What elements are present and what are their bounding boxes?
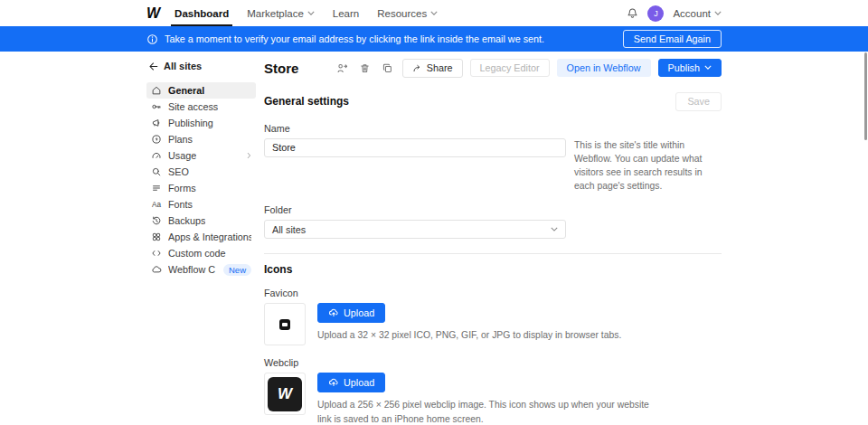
name-label: Name: [264, 123, 722, 134]
duplicate-icon: [382, 62, 393, 74]
favicon-upload-button[interactable]: Upload: [317, 303, 385, 323]
nav-item-dashboard[interactable]: Dashboard: [175, 0, 229, 26]
sidebar-item-fonts[interactable]: Aa Fonts: [146, 196, 256, 212]
webclip-preview: W: [264, 373, 306, 415]
favicon-label: Favicon: [264, 288, 722, 298]
publish-button[interactable]: Publish: [658, 59, 722, 78]
svg-text:Aa: Aa: [152, 201, 161, 209]
fonts-icon: Aa: [151, 199, 162, 210]
folder-select[interactable]: All sites: [264, 220, 566, 239]
sidebar-item-plans[interactable]: Plans: [146, 131, 256, 147]
favicon-preview: [264, 303, 306, 345]
nav-item-marketplace[interactable]: Marketplace: [247, 0, 315, 26]
search-icon: [151, 166, 162, 177]
megaphone-icon: [151, 118, 162, 128]
email-verify-banner: Take a moment to verify your email addre…: [0, 26, 868, 52]
legacy-editor-button[interactable]: Legacy Editor: [470, 59, 550, 78]
transfer-site-button[interactable]: [335, 61, 350, 76]
send-email-again-button[interactable]: Send Email Again: [623, 30, 722, 48]
favicon-image: [279, 319, 290, 330]
open-in-webflow-button[interactable]: Open in Webflow: [557, 59, 651, 78]
share-button[interactable]: Share: [402, 59, 463, 78]
icons-heading: Icons: [264, 263, 292, 276]
bolt-circle-icon: [151, 134, 162, 145]
webflow-logo[interactable]: W: [146, 6, 160, 21]
history-icon: [151, 215, 162, 226]
back-to-all-sites[interactable]: All sites: [146, 57, 256, 75]
sidebar-item-forms[interactable]: Forms: [146, 180, 256, 196]
sidebar-item-usage[interactable]: Usage: [146, 147, 256, 164]
sidebar-item-apps-integrations[interactable]: Apps & Integrations: [146, 229, 256, 245]
arrow-left-icon: [148, 61, 158, 71]
upload-cloud-icon: [328, 307, 339, 318]
gauge-icon: [151, 150, 162, 161]
bell-icon[interactable]: [627, 7, 638, 19]
favicon-help-text: Upload a 32 × 32 pixel ICO, PNG, GIF, or…: [317, 328, 715, 343]
settings-sidebar: All sites General Site access Publishing: [146, 57, 256, 425]
sidebar-item-site-access[interactable]: Site access: [146, 99, 256, 115]
general-save-button[interactable]: Save: [675, 92, 722, 111]
list-icon: [151, 183, 162, 194]
webclip-image: W: [268, 377, 302, 411]
banner-text: Take a moment to verify your email addre…: [165, 33, 544, 44]
sidebar-item-backups[interactable]: Backups: [146, 212, 256, 229]
sidebar-item-seo[interactable]: SEO: [146, 164, 256, 180]
home-icon: [151, 85, 162, 96]
name-help-text: This is the site's title within Webflow.…: [574, 138, 722, 193]
sidebar-item-general[interactable]: General: [146, 82, 256, 99]
share-icon: [412, 63, 422, 73]
chevron-right-icon: [247, 152, 251, 159]
general-settings-heading: General settings: [264, 95, 349, 108]
chevron-down-icon: [551, 227, 558, 231]
info-icon: [146, 33, 158, 45]
webclip-upload-button[interactable]: Upload: [317, 373, 385, 392]
site-name-input[interactable]: [264, 138, 566, 157]
upload-cloud-icon: [328, 377, 339, 388]
sidebar-item-publishing[interactable]: Publishing: [146, 115, 256, 131]
webclip-help-text: Upload a 256 × 256 pixel webclip image. …: [317, 398, 654, 425]
cloud-icon: [151, 264, 162, 275]
chevron-down-icon: [307, 11, 315, 15]
chevron-down-icon: [430, 11, 438, 15]
settings-content: Store: [264, 57, 722, 425]
chevron-down-icon: [704, 65, 712, 70]
chevron-down-icon: [714, 11, 722, 15]
avatar[interactable]: J: [647, 5, 664, 22]
code-icon: [151, 248, 162, 259]
webclip-label: Webclip: [264, 357, 722, 368]
duplicate-site-button[interactable]: [380, 61, 395, 76]
section-divider: [264, 253, 722, 254]
nav-item-learn[interactable]: Learn: [333, 0, 359, 26]
top-navigation: W Dashboard Marketplace Learn Resources: [0, 0, 868, 26]
delete-site-button[interactable]: [357, 61, 373, 76]
nav-item-resources[interactable]: Resources: [377, 0, 438, 26]
sidebar-item-custom-code[interactable]: Custom code: [146, 245, 256, 261]
transfer-icon: [336, 62, 348, 74]
grid-icon: [151, 231, 162, 242]
account-menu[interactable]: Account: [673, 8, 722, 19]
key-icon: [151, 101, 162, 112]
scrollbar[interactable]: [864, 52, 867, 140]
new-badge: New: [223, 264, 251, 276]
trash-icon: [359, 62, 371, 74]
folder-label: Folder: [264, 204, 722, 215]
page-title: Store: [264, 61, 298, 76]
sidebar-item-webflow-cloud[interactable]: Webflow Cloud New: [146, 261, 256, 278]
